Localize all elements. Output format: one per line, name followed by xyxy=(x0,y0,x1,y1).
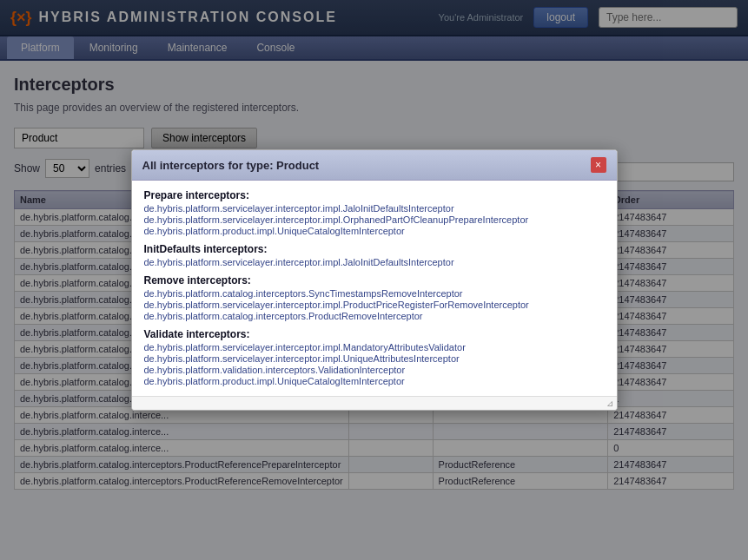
modal-resize-handle: ⊿ xyxy=(132,396,617,410)
modal-item: de.hybris.platform.servicelayer.intercep… xyxy=(144,257,605,267)
modal-close-button[interactable]: × xyxy=(591,157,606,173)
resize-icon: ⊿ xyxy=(606,399,613,408)
modal-section-title: Prepare interceptors: xyxy=(144,189,605,201)
modal-body: Prepare interceptors:de.hybris.platform.… xyxy=(132,181,617,396)
modal-item: de.hybris.platform.product.impl.UniqueCa… xyxy=(144,226,605,236)
modal-section-title: Validate interceptors: xyxy=(144,328,605,340)
modal-title: All interceptors for type: Product xyxy=(142,159,320,172)
modal-item: de.hybris.platform.validation.intercepto… xyxy=(144,365,605,375)
modal-item: de.hybris.platform.servicelayer.intercep… xyxy=(144,300,605,310)
modal-item: de.hybris.platform.catalog.interceptors.… xyxy=(144,288,605,299)
modal-item: de.hybris.platform.catalog.interceptors.… xyxy=(144,311,605,321)
modal-item: de.hybris.platform.servicelayer.intercep… xyxy=(144,353,605,364)
modal-header: All interceptors for type: Product × xyxy=(132,150,617,181)
modal-section-title: InitDefaults interceptors: xyxy=(144,243,605,255)
modal-item: de.hybris.platform.servicelayer.intercep… xyxy=(144,203,605,214)
modal-overlay: All interceptors for type: Product × Pre… xyxy=(0,0,748,560)
modal-item: de.hybris.platform.product.impl.UniqueCa… xyxy=(144,376,605,386)
modal-item: de.hybris.platform.servicelayer.intercep… xyxy=(144,342,605,352)
modal-section-title: Remove interceptors: xyxy=(144,274,605,287)
interceptors-modal: All interceptors for type: Product × Pre… xyxy=(131,149,618,411)
modal-item: de.hybris.platform.servicelayer.intercep… xyxy=(144,214,605,225)
